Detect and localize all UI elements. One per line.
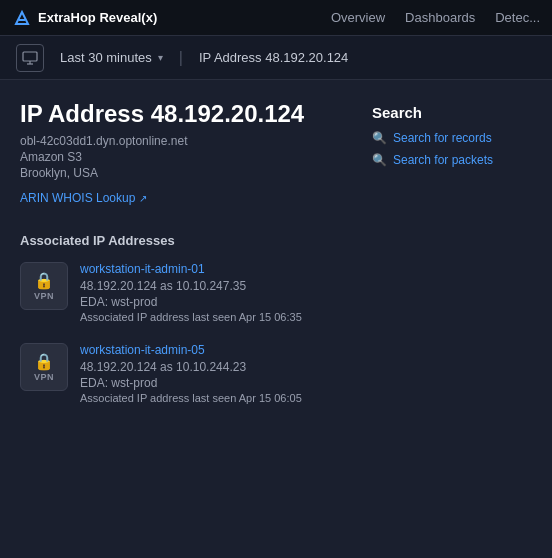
associated-ip-section: Associated IP Addresses 🔒 VPN workstatio… <box>20 233 352 404</box>
assoc-lastseen-1: Associated IP address last seen Apr 15 0… <box>80 311 352 323</box>
nav-bar: ExtraHop Reveal(x) Overview Dashboards D… <box>0 0 552 36</box>
left-panel: IP Address 48.192.20.124 obl-42c03dd1.dy… <box>20 100 352 424</box>
context-divider: | <box>179 49 183 67</box>
hostname-label: obl-42c03dd1.dyn.optonline.net <box>20 134 352 148</box>
org-label: Amazon S3 <box>20 150 352 164</box>
assoc-ip-2: 48.192.20.124 as 10.10.244.23 <box>80 360 352 374</box>
svg-rect-2 <box>23 52 37 61</box>
context-bar: Last 30 minutes ▾ | IP Address 48.192.20… <box>0 36 552 80</box>
page-title: IP Address 48.192.20.124 <box>20 100 352 128</box>
assoc-item-info-2: workstation-it-admin-05 48.192.20.124 as… <box>80 343 352 404</box>
vpn-label-2: VPN <box>34 372 54 382</box>
lock-icon-2: 🔒 <box>34 352 54 371</box>
svg-marker-0 <box>16 12 28 24</box>
chevron-down-icon: ▾ <box>158 52 163 63</box>
device-icon <box>16 44 44 72</box>
lock-icon: 🔒 <box>34 271 54 290</box>
search-packets-icon: 🔍 <box>372 153 387 167</box>
nav-dashboards[interactable]: Dashboards <box>405 10 475 25</box>
location-label: Brooklyn, USA <box>20 166 352 180</box>
monitor-icon <box>22 50 38 66</box>
whois-link[interactable]: ARIN WHOIS Lookup ↗ <box>20 191 147 205</box>
whois-link-text: ARIN WHOIS Lookup <box>20 191 135 205</box>
search-records-label: Search for records <box>393 131 492 145</box>
context-ip-label: IP Address 48.192.20.124 <box>199 50 348 65</box>
assoc-item-info-1: workstation-it-admin-01 48.192.20.124 as… <box>80 262 352 323</box>
vpn-label: VPN <box>34 291 54 301</box>
search-title: Search <box>372 104 532 121</box>
associated-item: 🔒 VPN workstation-it-admin-01 48.192.20.… <box>20 262 352 323</box>
time-range-label: Last 30 minutes <box>60 50 152 65</box>
assoc-device-name-1[interactable]: workstation-it-admin-01 <box>80 262 352 276</box>
search-records-icon: 🔍 <box>372 131 387 145</box>
vpn-icon-2: 🔒 VPN <box>20 343 68 391</box>
time-range-button[interactable]: Last 30 minutes ▾ <box>60 50 163 65</box>
logo-text: ExtraHop Reveal(x) <box>38 10 157 25</box>
assoc-eda-1: EDA: wst-prod <box>80 295 352 309</box>
nav-items: Overview Dashboards Detec... <box>331 10 540 25</box>
nav-detections[interactable]: Detec... <box>495 10 540 25</box>
search-records-link[interactable]: 🔍 Search for records <box>372 131 532 145</box>
external-link-icon: ↗ <box>139 193 147 204</box>
extrahop-logo-icon <box>12 8 32 28</box>
search-packets-link[interactable]: 🔍 Search for packets <box>372 153 532 167</box>
assoc-eda-2: EDA: wst-prod <box>80 376 352 390</box>
search-section: Search 🔍 Search for records 🔍 Search for… <box>372 104 532 167</box>
assoc-lastseen-2: Associated IP address last seen Apr 15 0… <box>80 392 352 404</box>
main-content: IP Address 48.192.20.124 obl-42c03dd1.dy… <box>0 80 552 444</box>
search-packets-label: Search for packets <box>393 153 493 167</box>
associated-item-2: 🔒 VPN workstation-it-admin-05 48.192.20.… <box>20 343 352 404</box>
nav-overview[interactable]: Overview <box>331 10 385 25</box>
assoc-device-name-2[interactable]: workstation-it-admin-05 <box>80 343 352 357</box>
associated-section-title: Associated IP Addresses <box>20 233 352 248</box>
right-panel: Search 🔍 Search for records 🔍 Search for… <box>372 100 532 424</box>
logo: ExtraHop Reveal(x) <box>12 8 157 28</box>
assoc-ip-1: 48.192.20.124 as 10.10.247.35 <box>80 279 352 293</box>
vpn-icon-1: 🔒 VPN <box>20 262 68 310</box>
